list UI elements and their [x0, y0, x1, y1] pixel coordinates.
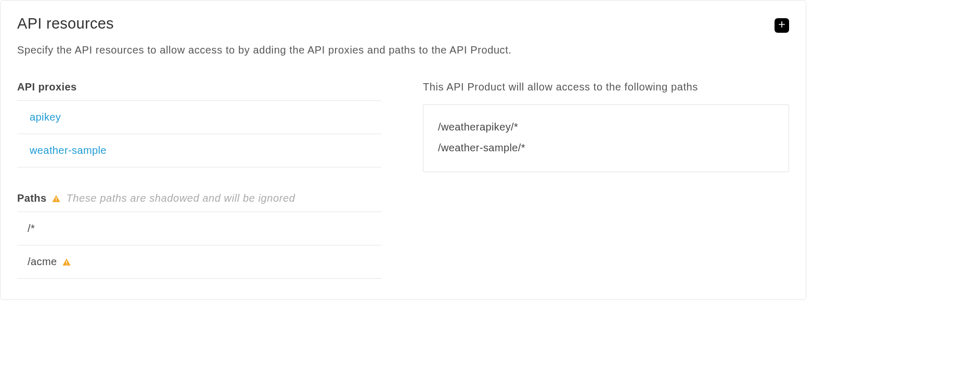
paths-list: /* /acme [17, 212, 381, 279]
api-resources-panel: API resources Specify the API resources … [0, 0, 806, 300]
api-proxy-link[interactable]: apikey [17, 100, 381, 134]
panel-description: Specify the API resources to allow acces… [17, 44, 789, 56]
svg-rect-0 [56, 197, 57, 200]
allowed-paths-box: /weatherapikey/* /weather-sample/* [423, 104, 789, 172]
api-proxies-label: API proxies [17, 81, 381, 93]
path-item[interactable]: /acme [17, 245, 381, 279]
path-item[interactable]: /* [17, 212, 381, 245]
panel-title: API resources [17, 15, 114, 32]
right-column: This API Product will allow access to th… [423, 81, 789, 279]
paths-header: Paths These paths are shadowed and will … [17, 192, 381, 204]
left-column: API proxies apikey weather-sample Paths … [17, 81, 381, 279]
columns: API proxies apikey weather-sample Paths … [17, 81, 789, 279]
add-resource-button[interactable] [775, 18, 789, 33]
svg-rect-3 [67, 264, 68, 265]
warning-icon [51, 194, 61, 203]
plus-icon [777, 19, 787, 32]
paths-warning-text: These paths are shadowed and will be ign… [66, 192, 295, 204]
allowed-path: /weather-sample/* [438, 137, 774, 158]
svg-rect-2 [67, 260, 68, 263]
paths-label: Paths [17, 192, 46, 204]
warning-icon [62, 257, 71, 267]
panel-header: API resources [17, 15, 789, 33]
api-proxy-link[interactable]: weather-sample [17, 134, 381, 167]
paths-section: Paths These paths are shadowed and will … [17, 192, 381, 279]
path-value: /acme [28, 256, 57, 268]
svg-rect-1 [56, 200, 57, 201]
path-value: /* [28, 223, 35, 234]
allowed-paths-label: This API Product will allow access to th… [423, 81, 789, 93]
allowed-path: /weatherapikey/* [438, 116, 774, 137]
api-proxies-list: apikey weather-sample [17, 100, 381, 167]
